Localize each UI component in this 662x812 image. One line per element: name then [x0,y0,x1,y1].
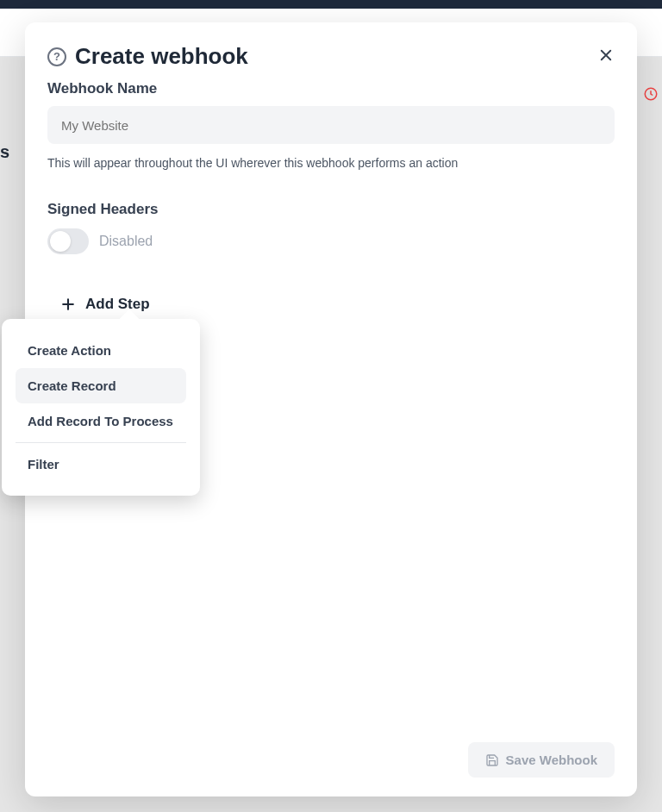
webhook-name-label: Webhook Name [47,80,615,97]
dropdown-item-create-action[interactable]: Create Action [16,333,186,368]
webhook-name-input[interactable] [47,106,615,144]
modal-title: Create webhook [75,43,248,70]
modal-footer: Save Webhook [25,725,637,796]
dropdown-divider [16,442,186,443]
close-button[interactable] [594,43,618,67]
close-icon [598,47,614,63]
create-webhook-modal: ? Create webhook Webhook Name This will … [25,22,637,796]
save-icon [485,753,499,767]
plus-icon [59,296,77,313]
add-step-button[interactable]: Add Step [59,296,150,313]
toggle-status-text: Disabled [99,234,153,249]
signed-headers-toggle[interactable] [47,228,89,254]
add-step-dropdown: Create Action Create Record Add Record T… [2,319,200,496]
save-webhook-button[interactable]: Save Webhook [468,742,615,778]
dropdown-item-create-record[interactable]: Create Record [16,368,186,403]
dropdown-item-filter[interactable]: Filter [16,447,186,482]
help-icon[interactable]: ? [47,47,66,66]
save-button-label: Save Webhook [506,753,597,767]
modal-overlay: ? Create webhook Webhook Name This will … [0,0,662,812]
signed-headers-toggle-row: Disabled [47,228,615,254]
add-step-label: Add Step [85,296,150,313]
signed-headers-label: Signed Headers [47,201,615,218]
toggle-knob [50,231,71,252]
modal-header: ? Create webhook [25,22,637,80]
webhook-name-helper: This will appear throughout the UI where… [47,156,615,170]
dropdown-item-add-record-to-process[interactable]: Add Record To Process [16,403,186,439]
